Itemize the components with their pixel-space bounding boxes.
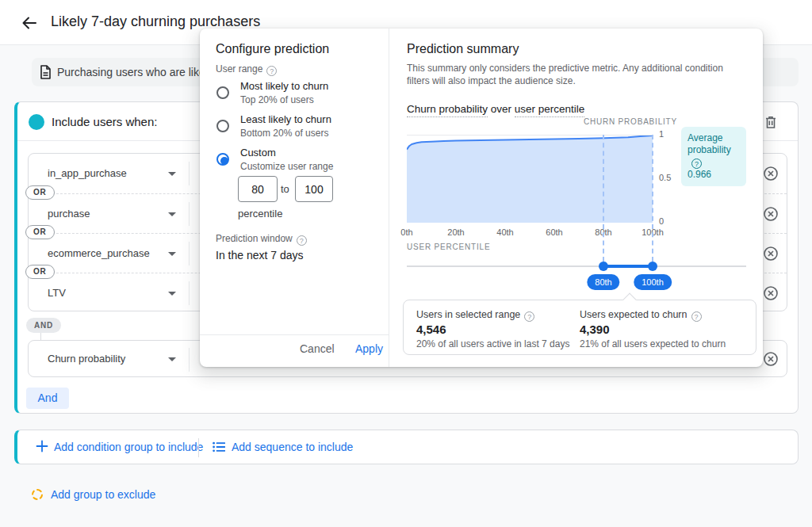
sequence-list-icon — [213, 441, 225, 453]
remove-condition-icon[interactable] — [763, 285, 779, 301]
remove-condition-icon[interactable] — [763, 166, 779, 181]
row-divider — [189, 281, 190, 305]
condition-dropdown[interactable]: ecommerce_purchase — [48, 247, 150, 259]
chevron-down-icon[interactable] — [168, 357, 176, 361]
percentile-slider-track[interactable] — [407, 265, 746, 267]
x-tick: 0th — [389, 227, 424, 237]
y-tick: 0.5 — [659, 173, 683, 182]
connector-line — [40, 333, 41, 340]
help-icon[interactable]: ? — [297, 235, 307, 246]
stat-label: Users expected to churn? — [580, 309, 702, 322]
average-probability-chip: Average probability? 0.966 — [681, 127, 746, 186]
selection-dashed-line — [603, 135, 604, 262]
average-probability-value: 0.966 — [688, 169, 711, 180]
summary-description: This summary only considers the predicti… — [407, 62, 748, 87]
slider-value-pill-end[interactable]: 100th — [634, 274, 672, 290]
chart-title-metric[interactable]: Churn probability — [407, 103, 488, 117]
actions-divider — [198, 438, 199, 457]
add-actions-card: Add condition group to include Add seque… — [14, 430, 799, 464]
x-tick: 40th — [488, 227, 523, 237]
range-to-label: to — [281, 183, 289, 195]
radio-unselected-icon[interactable] — [216, 120, 229, 132]
stat-subtext: 21% of all users expected to churn — [580, 338, 726, 349]
chart-title-dimension[interactable]: user percentile — [515, 103, 585, 117]
chip-text: Average — [688, 132, 722, 143]
option-sublabel: Customize user range — [240, 161, 333, 172]
option-label: Least likely to churn — [240, 113, 331, 125]
percentile-label: percentile — [238, 208, 282, 220]
y-axis-title: CHURN PROBABILITY — [584, 117, 677, 126]
back-arrow-icon[interactable] — [19, 13, 40, 33]
and-operator-pill: AND — [26, 318, 61, 333]
add-condition-group-button[interactable]: Add condition group to include — [54, 441, 203, 453]
help-icon[interactable]: ? — [691, 158, 702, 169]
help-icon[interactable]: ? — [266, 66, 277, 76]
condition-dropdown[interactable]: purchase — [48, 208, 90, 220]
range-from-input[interactable] — [238, 176, 278, 202]
x-axis-title: USER PERCENTILE — [407, 242, 490, 251]
stat-value: 4,546 — [416, 323, 446, 336]
trash-icon[interactable] — [763, 114, 779, 130]
chip-text: probability — [688, 144, 731, 155]
stat-label-text: Users in selected range — [416, 309, 520, 320]
user-range-label: User range? — [216, 63, 277, 76]
slider-handle-end[interactable] — [648, 262, 657, 271]
x-tick: 60th — [537, 227, 572, 237]
chart-plot-area — [407, 135, 653, 222]
or-operator-pill: OR — [25, 225, 55, 239]
chevron-down-icon[interactable] — [168, 212, 176, 216]
or-operator-pill: OR — [25, 265, 55, 279]
add-group-to-exclude-button[interactable]: Add group to exclude — [51, 488, 155, 501]
row-divider — [189, 202, 190, 226]
chevron-down-icon[interactable] — [168, 292, 176, 296]
stat-label: Users in selected range? — [416, 309, 534, 322]
summary-stats-card: Users in selected range? 4,546 20% of al… — [403, 300, 756, 355]
area-fill — [407, 136, 653, 223]
option-label: Custom — [240, 147, 276, 158]
selected-range-track[interactable] — [603, 265, 653, 268]
document-icon — [38, 64, 52, 83]
radio-unselected-icon[interactable] — [216, 86, 229, 99]
and-button[interactable]: And — [26, 388, 69, 409]
condition-dropdown[interactable]: LTV — [48, 287, 66, 299]
prediction-window-label: Prediction window? — [216, 233, 307, 246]
dialog-config-pane: Configure prediction User range? Most li… — [200, 29, 389, 367]
row-divider — [189, 242, 190, 265]
dialog-title: Configure prediction — [216, 42, 329, 56]
remove-condition-icon[interactable] — [763, 206, 779, 222]
selection-dashed-line — [652, 135, 653, 262]
stat-value: 4,390 — [580, 323, 610, 336]
condition-dropdown[interactable]: Churn probability — [48, 353, 125, 365]
remove-condition-icon[interactable] — [763, 351, 779, 367]
include-group-title: Include users when: — [52, 115, 157, 128]
summary-title: Prediction summary — [407, 42, 519, 56]
radio-selected-icon[interactable] — [216, 153, 229, 166]
condition-dropdown[interactable]: in_app_purchase — [48, 167, 127, 179]
chevron-down-icon[interactable] — [168, 252, 176, 256]
add-sequence-button[interactable]: Add sequence to include — [232, 441, 353, 453]
cancel-button[interactable]: Cancel — [300, 342, 335, 355]
stats-card-notch — [623, 293, 637, 307]
chart-title-join: over — [488, 103, 515, 115]
option-sublabel: Top 20% of users — [240, 94, 314, 105]
plus-icon — [35, 439, 49, 453]
slider-handle-start[interactable] — [599, 262, 608, 271]
page-title: Likely 7-day churning purchasers — [51, 13, 260, 30]
prediction-summary-pane: Prediction summary This summary only con… — [389, 29, 763, 367]
y-tick: 1 — [659, 129, 683, 139]
configure-prediction-dialog: Configure prediction User range? Most li… — [200, 29, 763, 367]
prediction-window-label-text: Prediction window — [216, 233, 293, 244]
y-tick: 0 — [659, 216, 683, 226]
range-to-input[interactable] — [295, 176, 333, 202]
help-icon[interactable]: ? — [524, 311, 534, 322]
option-sublabel: Bottom 20% of users — [240, 128, 328, 139]
remove-condition-icon[interactable] — [763, 246, 779, 262]
chart-title: Churn probability over user percentile — [407, 103, 584, 115]
row-divider — [189, 348, 190, 372]
chevron-down-icon[interactable] — [168, 172, 176, 176]
help-icon[interactable]: ? — [691, 311, 702, 322]
stat-subtext: 20% of all users active in last 7 days — [416, 338, 569, 349]
prediction-window-value: In the next 7 days — [216, 249, 304, 262]
slider-value-pill-start[interactable]: 80th — [587, 274, 619, 290]
apply-button[interactable]: Apply — [355, 342, 383, 355]
